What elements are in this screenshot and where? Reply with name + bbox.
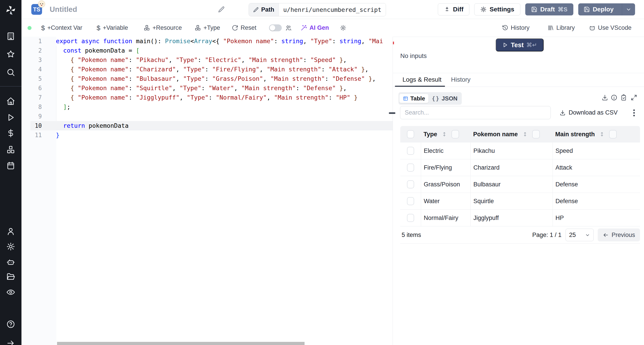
diff-button[interactable]: Diff	[438, 3, 470, 16]
tab-history[interactable]: History	[451, 76, 470, 83]
collab-toggle[interactable]	[269, 19, 282, 37]
add-context-var-button[interactable]: $ +Context Var	[41, 19, 82, 37]
column-header-type[interactable]: Type	[424, 131, 437, 138]
row-checkbox[interactable]	[407, 214, 414, 222]
editor-settings-button[interactable]	[340, 19, 346, 37]
line-number: 11	[22, 130, 42, 140]
previous-page-button[interactable]: Previous	[598, 228, 640, 241]
test-label: Test	[511, 41, 524, 49]
add-type-button[interactable]: +Type	[194, 19, 220, 37]
sidebar-divider	[0, 86, 22, 87]
bot-icon[interactable]	[6, 258, 15, 267]
line-number: 2	[22, 46, 42, 55]
gear-icon	[340, 25, 346, 31]
edit-summary-pencil-icon[interactable]	[218, 6, 225, 13]
sort-icon[interactable]	[522, 131, 528, 137]
eye-icon[interactable]	[6, 288, 15, 297]
sort-icon[interactable]	[599, 131, 605, 137]
calendar-icon[interactable]	[6, 161, 15, 170]
reset-button[interactable]: Reset	[232, 19, 256, 37]
use-vscode-label: Use VScode	[598, 24, 632, 31]
cubes-icon[interactable]	[6, 145, 15, 154]
code-line: const pokemonData = [	[56, 46, 383, 55]
column-header-pokemon-name[interactable]: Pokemon name	[473, 131, 518, 138]
test-button[interactable]: Test ⌘↵	[496, 39, 544, 52]
table-view-button[interactable]: Table	[399, 94, 428, 103]
page-indicator: Page: 1 / 1	[532, 232, 562, 238]
more-options-kebab-icon[interactable]	[633, 109, 635, 111]
path-value[interactable]: u/henri/unencumbered_script	[279, 3, 386, 16]
draft-button[interactable]: Draft ⌘S	[525, 3, 573, 16]
folder-icon[interactable]	[6, 272, 15, 281]
library-button[interactable]: Library	[548, 19, 575, 37]
user-icon[interactable]	[6, 227, 15, 236]
code-lines[interactable]: export async function main(): Promise<Ar…	[56, 37, 383, 140]
dollar-icon[interactable]	[6, 129, 15, 138]
draft-label: Draft	[540, 6, 555, 13]
result-search-input[interactable]	[400, 106, 551, 119]
star-icon[interactable]	[6, 50, 15, 59]
table-cell: HP	[552, 210, 640, 226]
table-cell: Defense	[552, 176, 640, 193]
row-checkbox[interactable]	[407, 164, 414, 172]
row-checkbox[interactable]	[407, 180, 414, 188]
deploy-split-button[interactable]: Deploy	[578, 3, 635, 16]
braces-icon: {}	[432, 95, 440, 102]
windmill-logo-icon[interactable]	[5, 5, 16, 16]
column-toggle-pokemon-name[interactable]	[532, 130, 540, 139]
code-editor[interactable]: 1234567891011 export async function main…	[22, 37, 393, 345]
green-status-dot-icon	[28, 26, 32, 30]
toggle-off-icon[interactable]	[269, 24, 282, 31]
code-line: ];	[56, 102, 383, 112]
settings-label: Settings	[490, 6, 514, 13]
home-icon[interactable]	[6, 97, 15, 106]
table-row: Normal/FairyJigglypuffHP	[400, 210, 640, 226]
json-view-button[interactable]: {} JSON	[428, 94, 461, 103]
building-icon[interactable]	[6, 32, 15, 41]
page-size-select[interactable]: 25	[566, 229, 594, 241]
path-field[interactable]: Path u/henri/unencumbered_script	[249, 3, 386, 16]
column-toggle-type[interactable]	[452, 130, 459, 139]
draft-shortcut: ⌘S	[558, 6, 567, 13]
sort-icon[interactable]	[442, 131, 447, 137]
library-label: Library	[556, 24, 575, 31]
reset-label: Reset	[240, 24, 256, 31]
table-cell: Electric	[421, 143, 470, 159]
search-icon[interactable]	[6, 68, 15, 77]
add-resource-label: +Resource	[152, 24, 182, 31]
deploy-dropdown[interactable]	[622, 3, 635, 16]
divider-drag-handle[interactable]	[389, 112, 395, 114]
table-row: Fire/FlyingCharizardAttack	[400, 159, 640, 176]
add-type-label: +Type	[204, 24, 220, 31]
arrow-right-icon[interactable]	[6, 339, 15, 345]
gear-icon[interactable]	[6, 242, 15, 251]
code-line: return pokemonData	[56, 121, 383, 130]
ai-gen-button[interactable]: AI Gen	[300, 19, 329, 37]
help-icon[interactable]	[6, 320, 15, 329]
play-icon[interactable]	[6, 113, 15, 122]
use-vscode-button[interactable]: Use VScode	[589, 19, 632, 37]
row-checkbox[interactable]	[407, 197, 414, 205]
settings-button[interactable]: Settings	[474, 3, 520, 16]
table-cell: Water	[421, 193, 470, 209]
row-checkbox[interactable]	[407, 147, 414, 155]
download-csv-button[interactable]: Download as CSV	[560, 106, 618, 119]
play-icon	[502, 42, 508, 48]
collaborators-button[interactable]	[285, 19, 292, 37]
horizontal-scrollbar[interactable]	[57, 342, 304, 345]
column-toggle-main-strength[interactable]	[609, 130, 617, 139]
select-all-checkbox[interactable]	[407, 130, 414, 138]
add-variable-button[interactable]: $ +Variable	[96, 19, 128, 37]
table-cell: Attack	[552, 159, 640, 176]
expand-icon[interactable]	[630, 94, 637, 101]
table-header-row: Type Pokemon name Main strength	[400, 126, 640, 143]
panel-divider[interactable]	[393, 37, 393, 345]
download-result-icon[interactable]	[602, 94, 608, 101]
history-button[interactable]: History	[502, 19, 530, 37]
info-icon[interactable]	[611, 94, 618, 101]
column-header-main-strength[interactable]: Main strength	[555, 131, 595, 138]
copy-clipboard-icon[interactable]	[620, 94, 627, 101]
add-resource-button[interactable]: +Resource	[144, 19, 182, 37]
deploy-button[interactable]: Deploy	[578, 3, 619, 16]
tab-logs-result[interactable]: Logs & Result	[402, 76, 442, 83]
